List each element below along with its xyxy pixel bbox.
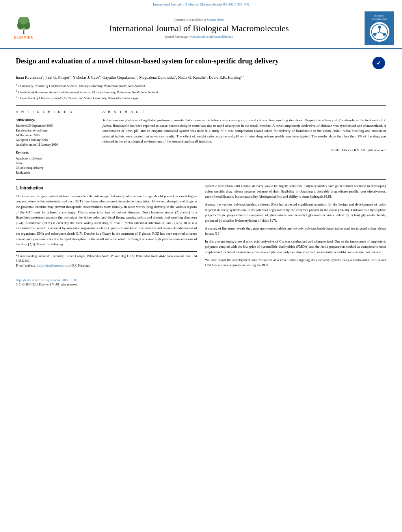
article-title: Design and evaluation of a novel chitosa… [16, 57, 367, 66]
right-paragraph-3: A survey of literature reveals that, gua… [205, 226, 386, 237]
issn-line: 0141-8130/© 2016 Elsevier B.V. All right… [16, 283, 386, 286]
homepage-label: journal homepage: [165, 35, 189, 39]
article-title-section: Design and evaluation of a novel chitosa… [16, 53, 386, 70]
journal-title-block: Contents lists available at ScienceDirec… [39, 18, 359, 39]
affiliations: a a Chemistry, Institute of Fundamental … [16, 83, 386, 101]
svg-line-13 [380, 32, 383, 33]
contents-label: Contents lists available at [174, 18, 206, 22]
crossmark-icon: ✓ [372, 57, 385, 69]
abstract-organism-1: Tritrichomonas foetus [102, 118, 134, 122]
doi-line[interactable]: http://dx.doi.org/10.1016/j.ijbiomac.201… [16, 278, 386, 282]
elsevier-label: ELSEVIER [14, 36, 33, 39]
svg-point-10 [383, 33, 386, 36]
abstract-invitro: in vitro [245, 134, 255, 138]
sciencedirect-link[interactable]: ScienceDirect [207, 18, 225, 22]
article-title-text: Design and evaluation of a novel chitosa… [16, 57, 367, 66]
article-area: Design and evaluation of a novel chitosa… [0, 49, 402, 274]
authors-section: Iman Kavianiniaa, Paul G. Pliegera, Nich… [16, 74, 386, 80]
logo-title: BiologicalMacromolecules [372, 15, 387, 21]
revised-date: 14 December 2015 [16, 133, 95, 138]
abstract-text: Tritrichomonas foetus is a flagellated p… [102, 118, 386, 145]
available-date: Available online 11 January 2016 [16, 143, 95, 147]
affil-b: b b Institute of Veterinary, Animal and … [16, 89, 386, 95]
journal-header: ELSEVIER Contents lists available at Sci… [0, 8, 402, 49]
keywords-section: Keywords: Amphoteric chitosan Tablet Col… [16, 150, 95, 175]
contents-line: Contents lists available at ScienceDirec… [39, 18, 359, 22]
journal-homepage: journal homepage: www.elsevier.com/locat… [39, 35, 359, 39]
keyword-2: Tablet [16, 161, 95, 166]
body-divider [16, 179, 386, 180]
revised-label: Received in revised form [16, 128, 95, 133]
svg-point-11 [373, 33, 376, 36]
article-history: Article history: Received 29 September 2… [16, 118, 95, 147]
article-info-abstract-section: A R T I C L E I N F O Article history: R… [16, 109, 386, 176]
keyword-3: Colonic drug delivery [16, 166, 95, 171]
received-date: Received 29 September 2015 [16, 124, 95, 128]
abstract-header: A B S T R A C T [102, 109, 386, 115]
crossmark-logo[interactable]: ✓ [372, 57, 386, 70]
footnote-email: E-mail address: d.r.harding@massey.ac.nz… [16, 263, 197, 268]
keywords-title: Keywords: [16, 150, 95, 155]
journal-logo-right: BiologicalMacromolecules [359, 11, 394, 45]
journal-logo-box: BiologicalMacromolecules [365, 11, 394, 45]
affil-a: a a Chemistry, Institute of Fundamental … [16, 83, 386, 89]
body-col-left: 1. Introduction The treatment of gastroi… [16, 184, 197, 271]
svg-line-14 [376, 32, 380, 33]
page-wrapper: International Journal of Biological Macr… [0, 0, 402, 532]
footnote-corresponding: * Corresponding author at: Chemistry, Tu… [16, 254, 197, 263]
history-title: Article history: [16, 118, 95, 122]
elsevier-tree-icon [14, 17, 34, 35]
accepted-date: Accepted 1 January 2016 [16, 138, 95, 143]
right-paragraph-2: Among the various polysaccharides, chito… [205, 202, 386, 224]
section1-heading: 1. Introduction [16, 185, 197, 191]
banner-text: International Journal of Biological Macr… [153, 2, 249, 6]
keyword-1: Amphoteric chitosan [16, 156, 95, 161]
logo-molecule-icon [371, 23, 388, 41]
top-banner: International Journal of Biological Macr… [0, 0, 402, 8]
right-paragraph-5: We now report the development and evalua… [205, 258, 386, 268]
homepage-url[interactable]: www.elsevier.com/locate/ijbiomac [190, 35, 233, 39]
journal-name: International Journal of Biological Macr… [39, 23, 359, 33]
copyright-line: © 2016 Elsevier B.V. All rights reserved… [102, 148, 386, 153]
intro-paragraph-1: The treatment of gastrointestinal tract … [16, 194, 197, 247]
abstract-col: A B S T R A C T Tritrichomonas foetus is… [102, 109, 386, 176]
affil-c: c c Department of Chemistry, Faculty for… [16, 95, 386, 101]
body-col-right: systemic absorption until colonic delive… [205, 184, 386, 271]
logo-image [370, 22, 389, 42]
page-footer: http://dx.doi.org/10.1016/j.ijbiomac.201… [0, 278, 402, 290]
body-two-col: 1. Introduction The treatment of gastroi… [16, 184, 386, 271]
section-divider [16, 105, 386, 106]
article-info-header: A R T I C L E I N F O [16, 109, 95, 115]
right-paragraph-4: In this present study, a novel amic acid… [205, 239, 386, 255]
abstract-organism-2: T. foetus [102, 118, 386, 128]
email-link[interactable]: d.r.harding@massey.ac.nz [37, 264, 70, 267]
keyword-4: Ronidazole [16, 171, 95, 175]
svg-point-9 [378, 26, 381, 29]
svg-point-7 [23, 32, 25, 34]
footnote-area: * Corresponding author at: Chemistry, Tu… [16, 251, 197, 268]
right-paragraph-1: systemic absorption until colonic delive… [205, 184, 386, 200]
elsevier-logo: ELSEVIER [8, 17, 39, 39]
article-info-col: A R T I C L E I N F O Article history: R… [16, 109, 95, 176]
